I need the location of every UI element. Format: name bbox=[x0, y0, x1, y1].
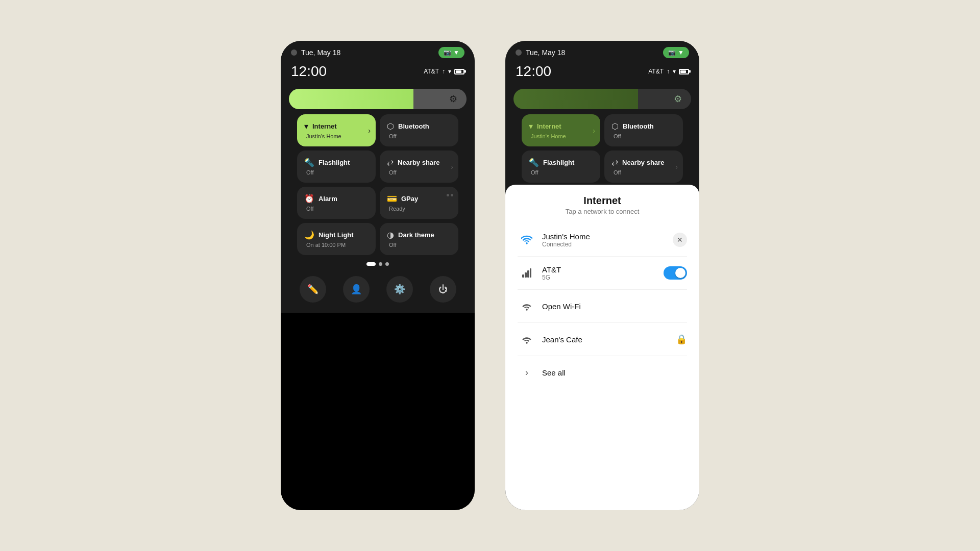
flashlight-sub-2: Off bbox=[529, 169, 593, 176]
status-bar-1: Tue, May 18 📷 ▼ bbox=[281, 41, 475, 62]
tile-nearby-header-2: ⇄ Nearby share bbox=[611, 158, 676, 167]
tile-nearby-2[interactable]: ⇄ Nearby share Off › bbox=[604, 151, 683, 183]
internet-chevron-1: › bbox=[368, 127, 371, 135]
bluetooth-sub-2: Off bbox=[611, 133, 676, 139]
tile-nearby-header-1: ⇄ Nearby share bbox=[387, 158, 451, 167]
tile-nearby-1[interactable]: ⇄ Nearby share Off › bbox=[380, 151, 458, 183]
gpay-icon-1: 💳 bbox=[387, 194, 397, 204]
justins-home-action[interactable]: ✕ bbox=[673, 233, 687, 247]
brightness-slider-2[interactable]: ⚙ bbox=[513, 89, 691, 109]
bluetooth-title-1: Bluetooth bbox=[398, 122, 429, 130]
wifi-open-icon bbox=[518, 297, 536, 315]
settings-button-1[interactable]: ⚙️ bbox=[386, 276, 413, 303]
edit-button-1[interactable]: ✏️ bbox=[300, 276, 326, 303]
see-all-text: See all bbox=[542, 368, 566, 377]
network-open-wifi[interactable]: Open Wi-Fi bbox=[518, 290, 687, 323]
tile-nightlight-1[interactable]: 🌙 Night Light On at 10:00 PM bbox=[297, 223, 376, 255]
brightness-container-2[interactable]: ⚙ bbox=[505, 85, 699, 114]
lock-icon: 🔒 bbox=[676, 334, 687, 345]
tiles-grid-row3: ⏰ Alarm Off 💳 GPay Ready bbox=[289, 187, 467, 219]
network-att[interactable]: AT&T 5G bbox=[518, 257, 687, 290]
bottom-bar-1: ✏️ 👤 ⚙️ ⏻ bbox=[281, 271, 475, 313]
status-left-1: Tue, May 18 bbox=[291, 48, 340, 57]
nearby-sub-2: Off bbox=[611, 169, 676, 176]
brightness-container-1[interactable]: ⚙ bbox=[281, 85, 475, 114]
wifi-cafe-icon bbox=[518, 330, 536, 348]
tile-flashlight-1[interactable]: 🔦 Flashlight Off bbox=[297, 151, 376, 183]
tiles-section-1: ▾ Internet Justin's Home › ⬡ Bluetooth O… bbox=[281, 114, 475, 255]
status-right-1: 📷 ▼ bbox=[438, 47, 464, 58]
tile-flashlight-2[interactable]: 🔦 Flashlight Off bbox=[522, 151, 600, 183]
status-right-2: 📷 ▼ bbox=[663, 47, 689, 58]
tile-darktheme-1[interactable]: ◑ Dark theme Off bbox=[380, 223, 458, 255]
tiles-grid-row4: 🌙 Night Light On at 10:00 PM ◑ Dark them… bbox=[289, 223, 467, 255]
signal-bars-icon bbox=[518, 264, 536, 282]
nearby-chevron-1: › bbox=[451, 163, 453, 171]
justins-home-name: Justin's Home bbox=[542, 232, 673, 241]
tiles-grid-2-row2: 🔦 Flashlight Off ⇄ Nearby share Off › bbox=[513, 151, 691, 183]
phone-2: Tue, May 18 📷 ▼ 12:00 AT&T ↑ ▾ ⚙ bbox=[505, 41, 699, 510]
bluetooth-title-2: Bluetooth bbox=[623, 122, 654, 130]
tile-alarm-1[interactable]: ⏰ Alarm Off bbox=[297, 187, 376, 219]
nightlight-title-1: Night Light bbox=[318, 231, 354, 239]
carrier-name-1: AT&T bbox=[424, 68, 439, 75]
brightness-slider-1[interactable]: ⚙ bbox=[289, 89, 467, 109]
signal-icon-2: ↑ bbox=[667, 68, 670, 75]
svg-rect-1 bbox=[525, 272, 527, 278]
tile-flashlight-header-1: 🔦 Flashlight bbox=[304, 158, 369, 167]
flashlight-icon-1: 🔦 bbox=[304, 158, 314, 167]
jeans-cafe-name: Jean's Cafe bbox=[542, 335, 676, 344]
tile-flashlight-header-2: 🔦 Flashlight bbox=[529, 158, 593, 167]
internet-panel-subtitle: Tap a network to connect bbox=[518, 208, 687, 215]
internet-panel: Internet Tap a network to connect Justin… bbox=[505, 185, 699, 510]
network-justins-home[interactable]: Justin's Home Connected ✕ bbox=[518, 223, 687, 257]
tile-internet-header-2: ▾ Internet bbox=[529, 121, 593, 131]
nearby-icon-2: ⇄ bbox=[611, 158, 618, 167]
status-date-2: Tue, May 18 bbox=[526, 48, 565, 57]
tile-internet-1[interactable]: ▾ Internet Justin's Home › bbox=[297, 114, 376, 146]
darktheme-sub-1: Off bbox=[387, 242, 451, 248]
alarm-icon-1: ⏰ bbox=[304, 194, 314, 204]
status-dot-1 bbox=[291, 49, 297, 56]
internet-sub-1: Justin's Home bbox=[304, 133, 369, 139]
att-toggle[interactable] bbox=[664, 266, 687, 280]
tile-internet-2[interactable]: ▾ Internet Justin's Home › bbox=[522, 114, 600, 146]
nightlight-sub-1: On at 10:00 PM bbox=[304, 242, 369, 248]
gpay-dots-1 bbox=[447, 194, 453, 196]
nearby-title-1: Nearby share bbox=[398, 159, 439, 166]
see-all-row[interactable]: › See all bbox=[518, 356, 687, 389]
open-wifi-name: Open Wi-Fi bbox=[542, 302, 687, 311]
tiles-grid-row2: 🔦 Flashlight Off ⇄ Nearby share Off › bbox=[289, 151, 467, 183]
tile-bluetooth-1[interactable]: ⬡ Bluetooth Off bbox=[380, 114, 458, 146]
time-row-1: 12:00 AT&T ↑ ▾ bbox=[281, 62, 475, 85]
flashlight-title-2: Flashlight bbox=[543, 159, 574, 166]
tile-gpay-1[interactable]: 💳 GPay Ready bbox=[380, 187, 458, 219]
alarm-title-1: Alarm bbox=[318, 195, 337, 203]
tile-bluetooth-header-1: ⬡ Bluetooth bbox=[387, 121, 451, 131]
gpay-sub-1: Ready bbox=[387, 206, 451, 212]
moon-icon-1: 🌙 bbox=[304, 230, 314, 240]
camera-icon: 📷 bbox=[444, 49, 451, 56]
status-left-2: Tue, May 18 bbox=[516, 48, 565, 57]
nearby-chevron-2: › bbox=[675, 163, 678, 171]
att-action[interactable] bbox=[664, 266, 687, 280]
tiles-grid-row1: ▾ Internet Justin's Home › ⬡ Bluetooth O… bbox=[289, 114, 467, 146]
phone-black-bottom-1 bbox=[281, 313, 475, 510]
carrier-icons-2: AT&T ↑ ▾ bbox=[648, 68, 689, 75]
network-jeans-cafe[interactable]: Jean's Cafe 🔒 bbox=[518, 323, 687, 356]
nearby-title-2: Nearby share bbox=[622, 159, 664, 166]
tile-bluetooth-2[interactable]: ⬡ Bluetooth Off bbox=[604, 114, 683, 146]
tiles-section-2: ▾ Internet Justin's Home › ⬡ Bluetooth O… bbox=[505, 114, 699, 183]
tile-darktheme-header-1: ◑ Dark theme bbox=[387, 230, 451, 240]
open-wifi-info: Open Wi-Fi bbox=[542, 302, 687, 311]
wifi-icon-1: ▾ bbox=[304, 121, 308, 131]
wifi-icon-status-2: ▾ bbox=[673, 68, 676, 75]
tile-internet-header-1: ▾ Internet bbox=[304, 121, 369, 131]
signal-icon-1: ↑ bbox=[442, 68, 445, 75]
power-button-1[interactable]: ⏻ bbox=[430, 276, 456, 303]
battery-icon-2 bbox=[679, 69, 689, 74]
att-name: AT&T bbox=[542, 265, 664, 274]
status-dot-2 bbox=[516, 49, 522, 56]
user-button-1[interactable]: 👤 bbox=[343, 276, 370, 303]
justins-home-close[interactable]: ✕ bbox=[673, 233, 687, 247]
